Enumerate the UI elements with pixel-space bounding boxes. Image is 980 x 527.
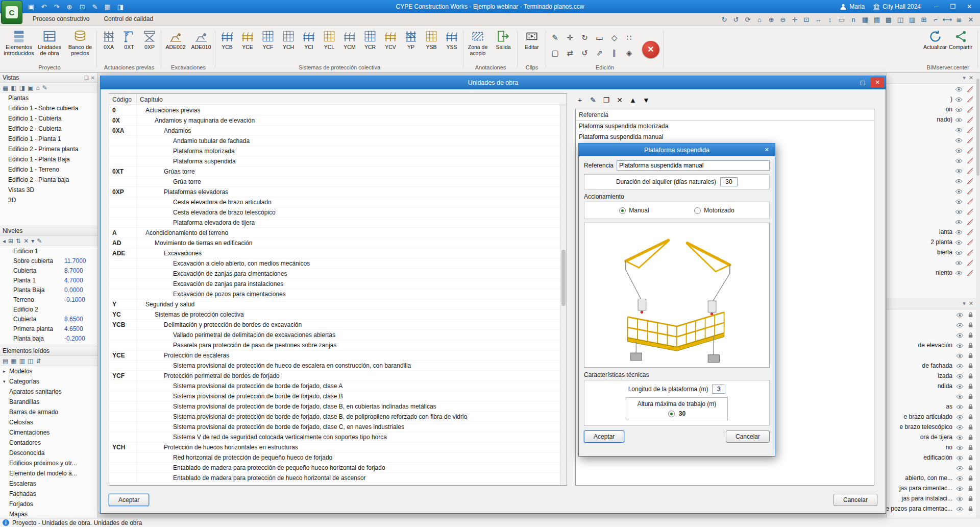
view-tool-icon[interactable]: ▤ [872,14,882,25]
list-item[interactable] [887,206,976,217]
visibility-eye-icon[interactable] [956,445,964,450]
edit-tool-icon[interactable]: ⇄ [563,46,577,60]
tree-item[interactable]: ▾ 3D [0,195,97,205]
list-item[interactable]: ora de tijera [887,432,976,442]
unit-row[interactable]: ▾ Sistema provisional de protección de b… [109,401,567,412]
visibility-eye-icon[interactable] [955,128,963,133]
category-item[interactable]: ▣ Edificios próximos y otr... [0,458,97,468]
minimize-button[interactable]: ─ [929,1,944,12]
visibility-eye-icon[interactable] [955,169,963,174]
list-item[interactable]: ndida [887,381,976,391]
unit-row[interactable]: ▾ Pasarela para protección de paso de pe… [109,340,567,350]
reference-list-header[interactable]: Referencia [576,109,874,121]
unit-row[interactable]: ▾ Entablado de madera para protección de… [109,463,567,473]
tree-item[interactable]: ▾ Edificio 1 - Terreno [0,164,97,175]
unit-row[interactable]: A ▾ Acondicionamiento del terreno [109,228,567,238]
unit-row[interactable]: ▾ Grúa torre [109,177,567,187]
list-item[interactable]: jas para cimentac... [887,483,976,493]
longitud-input[interactable] [712,385,725,394]
vistas-tool-icon[interactable]: ⌂ [36,84,39,91]
unit-row[interactable]: ▾ Excavación a cielo abierto, con medios… [109,258,567,269]
visibility-eye-icon[interactable] [956,476,964,481]
list-item[interactable] [887,165,976,176]
no-edit-icon[interactable] [967,208,973,215]
unit-row[interactable]: YCE ▾ Protección de escaleras [109,350,567,361]
tree-item[interactable]: ▾ Edificio 2 - Cubierta [0,124,97,134]
list-item[interactable]: as [887,401,976,412]
quick-icon[interactable]: ↷ [52,2,61,11]
view-tool-icon[interactable]: ▩ [884,14,894,25]
unit-row[interactable]: ▾ Excavación de pozos para cimentaciones [109,289,567,299]
lock-icon[interactable] [968,373,973,379]
category-item[interactable]: ▣ Desconocida [0,448,97,458]
niveles-tool-icon[interactable]: ⊞ [8,237,13,245]
unit-row[interactable]: ▾ Plataforma motorizada [109,146,567,156]
ribbon-button[interactable]: 0XA [99,28,118,52]
category-item[interactable]: ▾ ▣ Categorías [0,376,97,387]
list-item[interactable] [887,135,976,145]
view-tool-icon[interactable]: ⊕ [766,14,776,25]
quick-icon[interactable]: ⊕ [65,2,74,11]
list-item[interactable]: no [887,442,976,452]
lock-icon[interactable] [968,332,973,339]
visibility-eye-icon[interactable] [956,456,964,461]
list-item[interactable]: abierto, con me... [887,473,976,483]
ribbon-button[interactable]: YCR [360,28,380,52]
lock-icon[interactable] [968,454,973,461]
visibility-eye-icon[interactable] [956,333,964,338]
level-row[interactable]: ▾ Cubierta 8.6500 [0,314,97,324]
vertical-scrollbar[interactable] [976,73,980,518]
lock-icon[interactable] [968,434,973,441]
unit-row[interactable]: ▾ Andamio tubular de fachada [109,136,567,146]
level-row[interactable]: ▾ Planta 1 4.7000 [0,275,97,285]
list-item[interactable]: e brazo telescópico [887,422,976,432]
close-button[interactable]: ✕ [962,1,977,12]
ribbon-button[interactable]: YP [401,28,421,52]
unit-row[interactable]: ▾ Entablado de madera para protección de… [109,473,567,483]
ribbon-button[interactable]: YCE [238,28,257,52]
unit-row[interactable]: ▾ Sistema provisional de protección de h… [109,361,567,371]
view-tool-icon[interactable]: ⊞ [919,14,929,25]
view-tool-icon[interactable]: ↻ [719,14,729,25]
unit-row[interactable]: ▾ Excavación de zanjas para cimentacione… [109,269,567,279]
ribbon-button[interactable]: Compartir [948,28,973,52]
unit-row[interactable]: YC ▾ Sistemas de protección colectiva [109,309,567,320]
quick-icon[interactable]: ▣ [27,2,36,11]
list-item[interactable] [887,196,976,206]
visibility-eye-icon[interactable] [955,97,963,102]
level-row[interactable]: ▾ Sobre cubierta 11.7000 [0,256,97,266]
referencia-input[interactable] [617,160,770,171]
elementos-tool-icon[interactable]: ▦ [11,357,16,365]
no-edit-icon[interactable] [967,188,973,195]
visibility-eye-icon[interactable] [955,240,963,245]
list-item[interactable]: e brazo articulado [887,412,976,422]
radio-option[interactable]: Manual [619,207,649,214]
ribbon-button[interactable]: YSS [442,28,461,52]
no-edit-icon[interactable] [967,106,973,113]
visibility-eye-icon[interactable] [956,486,964,491]
vistas-tool-icon[interactable]: ▣ [28,84,33,91]
niveles-tool-icon[interactable]: ✎ [37,237,42,245]
view-tool-icon[interactable]: ⌂ [754,14,765,25]
niveles-tool-icon[interactable]: ✕ [23,237,29,245]
elementos-tool-icon[interactable]: ◫ [28,357,33,365]
ribbon-button[interactable]: YCF [258,28,278,52]
edit-tool-icon[interactable]: ∷ [622,31,636,45]
dialog-titlebar[interactable]: Unidades de obra ▢ ✕ [101,76,886,89]
list-item[interactable]: jas para instalaci... [887,493,976,504]
vistas-tool-icon[interactable]: ▦ [3,84,8,91]
tree-item[interactable]: ▾ Edificio 1 - Planta 1 [0,134,97,144]
no-edit-icon[interactable] [967,137,973,143]
unit-row[interactable]: ▾ Red horizontal de protección de pequeñ… [109,452,567,463]
view-tool-icon[interactable]: ↔ [813,14,823,25]
no-edit-icon[interactable] [967,229,973,235]
view-tool-icon[interactable]: ▦ [860,14,870,25]
view-tool-icon[interactable]: ↕ [825,14,835,25]
no-edit-icon[interactable] [967,219,973,225]
unit-row[interactable]: 0 ▾ Actuaciones previas [109,105,567,115]
quick-icon[interactable]: ◨ [116,2,125,11]
unit-row[interactable]: ▾ Vallado perimetral de delimitación de … [109,330,567,340]
visibility-eye-icon[interactable] [956,435,964,440]
list-item[interactable] [887,125,976,135]
visibility-eye-icon[interactable] [955,230,963,235]
